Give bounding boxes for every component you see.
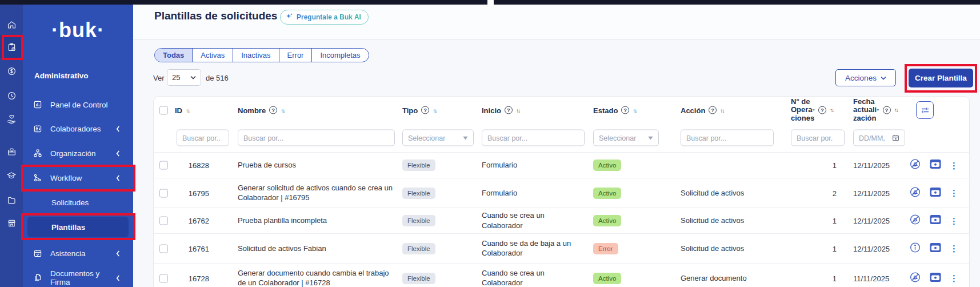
sort-icon[interactable]: ↑↓	[281, 107, 284, 113]
filter-operaciones-input[interactable]	[791, 130, 845, 146]
row-checkbox[interactable]	[159, 217, 168, 225]
tipo-badge: Flexible	[402, 188, 435, 199]
rail-benefits-icon[interactable]	[0, 140, 23, 163]
sort-icon[interactable]: ↑↓	[894, 107, 898, 113]
rail-time-icon[interactable]	[0, 84, 23, 107]
notifications-off-icon[interactable]	[909, 271, 921, 285]
row-checkbox[interactable]	[159, 189, 168, 197]
help-icon[interactable]: ?	[421, 106, 429, 114]
sidebar-item-solicitudes[interactable]: Solicitudes	[27, 192, 129, 213]
sort-icon[interactable]: ↑↓	[516, 107, 519, 113]
sidebar-item-documentos-y-firma[interactable]: Documentos y Firma	[27, 268, 129, 287]
info-icon[interactable]	[909, 241, 921, 256]
column-header-tipo[interactable]: Tipo?↑↓	[402, 106, 436, 114]
help-icon[interactable]: ?	[621, 106, 629, 114]
org-chart-icon	[33, 149, 42, 158]
sort-icon[interactable]: ↑↓	[186, 107, 189, 113]
column-header-id[interactable]: ID↑↓	[175, 106, 189, 114]
table-row[interactable]: 16761 Solicitud de activos Fabian Flexib…	[154, 233, 969, 263]
sort-icon[interactable]: ↑↓	[720, 107, 723, 113]
sort-icon[interactable]: ↑↓	[830, 107, 833, 113]
estado-badge: Activo	[593, 273, 621, 284]
kebab-menu-icon[interactable]: ⋮	[950, 246, 958, 252]
kebab-menu-icon[interactable]: ⋮	[950, 162, 958, 168]
column-header-fecha[interactable]: Fecha actuali- zación ?↑↓	[853, 97, 898, 123]
filter-tipo-select[interactable]: Seleccionar	[402, 130, 474, 146]
row-checkbox[interactable]	[159, 244, 168, 253]
filter-inicio-input[interactable]	[482, 130, 585, 146]
acciones-label: Acciones	[845, 74, 877, 82]
rail-marketplace-icon[interactable]	[0, 212, 23, 234]
kebab-menu-icon[interactable]: ⋮	[950, 190, 958, 196]
cell-id: 16761	[175, 244, 209, 253]
preview-screen-icon[interactable]	[930, 242, 941, 254]
dropdown-arrow-icon	[648, 136, 653, 139]
sort-icon[interactable]: ↑↓	[433, 107, 436, 113]
tab-incompletas[interactable]: Incompletas	[312, 49, 368, 62]
crear-plantilla-button[interactable]: Crear Plantilla	[909, 69, 973, 87]
sidebar-item-organizacion[interactable]: Organización	[27, 143, 129, 164]
kebab-menu-icon[interactable]: ⋮	[950, 276, 958, 281]
select-all-checkbox[interactable]	[159, 106, 168, 114]
column-header-estado[interactable]: Estado?↑↓	[593, 106, 636, 114]
column-settings-button[interactable]	[916, 101, 934, 119]
rail-wellbeing-icon[interactable]	[0, 107, 23, 130]
cell-accion: Generar documento	[681, 273, 781, 284]
table-row[interactable]: 16795 Generar solicitud de activos cuand…	[154, 178, 969, 208]
row-checkbox[interactable]	[159, 274, 168, 282]
preview-screen-icon[interactable]	[930, 160, 941, 172]
table-row[interactable]: 16828 Prueba de cursos Flexible Formular…	[154, 152, 969, 178]
filter-estado-select[interactable]: Seleccionar	[593, 130, 659, 146]
chevron-left-icon	[115, 250, 121, 257]
notifications-off-icon[interactable]	[909, 158, 921, 173]
cell-inicio: Cuando se crea un Colaborador	[482, 210, 585, 230]
filter-fecha-datepicker[interactable]: DD/MM,	[853, 130, 905, 146]
filter-accion-input[interactable]	[681, 130, 774, 146]
table-row[interactable]: 16728 Generar documento cuando cambia el…	[154, 263, 969, 287]
sidebar-item-label: Panel de Control	[50, 101, 108, 109]
filter-id-input[interactable]	[177, 130, 229, 146]
preview-screen-icon[interactable]	[930, 215, 941, 227]
page-size-select[interactable]: 25	[167, 69, 201, 86]
help-icon[interactable]: ?	[818, 106, 826, 114]
rail-education-icon[interactable]	[0, 164, 23, 187]
acciones-button[interactable]: Acciones	[835, 69, 896, 86]
cell-accion: Solicitud de activos	[681, 188, 781, 198]
kebab-menu-icon[interactable]: ⋮	[950, 218, 958, 224]
help-icon[interactable]: ?	[505, 106, 513, 114]
preview-screen-icon[interactable]	[930, 187, 941, 199]
filter-nombre-input[interactable]	[238, 130, 395, 146]
buk-logo: ·buk·	[23, 18, 133, 42]
column-header-accion[interactable]: Acción?↑↓	[681, 106, 723, 114]
help-icon[interactable]: ?	[883, 106, 891, 114]
tab-todas[interactable]: Todas	[155, 49, 193, 62]
ask-buk-ai-button[interactable]: Preguntale a Buk AI	[280, 10, 369, 25]
column-header-inicio[interactable]: Inicio?↑↓	[482, 106, 519, 114]
help-icon[interactable]: ?	[709, 106, 717, 114]
rail-files-icon[interactable]	[0, 189, 23, 212]
help-icon[interactable]: ?	[269, 106, 277, 114]
sidebar-item-label: Colaboradores	[50, 125, 101, 133]
sidebar-item-panel-de-control[interactable]: Panel de Control	[27, 94, 129, 115]
sidebar-item-workflow[interactable]: Workflow	[27, 168, 129, 188]
tab-error[interactable]: Error	[279, 49, 313, 62]
column-header-operaciones[interactable]: N° de Opera- ciones ?↑↓	[791, 97, 833, 123]
sort-icon[interactable]: ↑↓	[633, 107, 636, 113]
table-row[interactable]: 16762 Prueba plantilla incompleta Flexib…	[154, 208, 969, 233]
rail-remunerations-icon[interactable]	[0, 59, 23, 82]
sidebar-item-plantillas[interactable]: Plantillas	[27, 217, 129, 237]
preview-screen-icon[interactable]	[930, 272, 941, 284]
rail-requests-icon[interactable]	[0, 35, 23, 58]
tab-activas[interactable]: Activas	[193, 49, 233, 62]
notifications-off-icon[interactable]	[909, 214, 921, 228]
tipo-badge: Flexible	[402, 273, 435, 284]
sidebar-item-asistencia[interactable]: Asistencia	[27, 243, 129, 264]
rail-home-icon[interactable]	[0, 13, 23, 36]
cell-fecha: 12/11/2025	[853, 189, 905, 197]
sidebar-item-colaboradores[interactable]: Colaboradores	[27, 118, 129, 139]
column-header-nombre[interactable]: Nombre?↑↓	[238, 106, 284, 114]
notifications-off-icon[interactable]	[909, 186, 921, 200]
row-checkbox[interactable]	[159, 161, 168, 170]
cell-nombre: Generar documento cuando cambia el traba…	[238, 268, 395, 287]
tab-inactivas[interactable]: Inactivas	[233, 49, 279, 62]
